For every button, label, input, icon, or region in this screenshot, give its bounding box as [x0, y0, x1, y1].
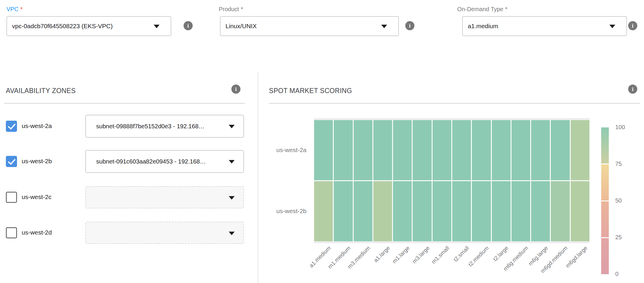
heatmap-column-label: t2.small — [452, 245, 470, 263]
on-demand-type-required-asterisk: * — [505, 6, 508, 12]
availability-zones-divider — [4, 103, 245, 104]
heatmap-cell — [413, 181, 431, 241]
heatmap-cell — [334, 181, 352, 241]
product-select-value: Linux/UNIX — [226, 17, 257, 36]
legend-tick-label: 50 — [615, 197, 622, 204]
zone-checkbox-us-west-2b[interactable] — [6, 156, 17, 167]
subnet-caret-down-icon — [229, 232, 235, 235]
legend-colorbar-segment — [601, 238, 609, 274]
legend-tick-label: 100 — [615, 124, 625, 131]
on-demand-type-select-value: a1.medium — [468, 17, 498, 36]
zone-checkbox-us-west-2c[interactable] — [6, 192, 17, 203]
heatmap — [314, 120, 589, 241]
heatmap-cell — [472, 120, 491, 180]
zone-label-us-west-2a: us-west-2a — [22, 122, 52, 129]
heatmap-cell — [452, 120, 471, 180]
subnet-select-us-west-2a[interactable]: subnet-09888f7be5152d0e3 - 192.168… — [85, 115, 244, 138]
on-demand-type-label-text: On-Demand Type — [457, 6, 504, 12]
heatmap-cell — [393, 120, 412, 180]
heatmap-cell — [413, 120, 431, 180]
heatmap-cell — [433, 181, 451, 241]
on-demand-type-info-icon[interactable]: i — [628, 21, 637, 30]
legend-colorbar-segment — [601, 201, 609, 237]
heatmap-row-label: us-west-2a — [240, 146, 306, 154]
heatmap-cell — [511, 181, 530, 241]
legend-tick-label: 0 — [615, 271, 618, 277]
heatmap-top-border — [314, 118, 589, 120]
heatmap-cell — [314, 181, 333, 241]
heatmap-legend-colorbar — [601, 127, 609, 274]
heatmap-cell — [511, 120, 530, 180]
spot-market-scoring-divider — [269, 103, 640, 104]
subnet-select-value-us-west-2c — [96, 187, 225, 208]
availability-zones-info-icon[interactable]: i — [231, 85, 240, 94]
heatmap-cell — [472, 181, 491, 241]
availability-zones-title: AVAILABILITY ZONES — [6, 87, 76, 95]
subnet-select-us-west-2c[interactable] — [85, 186, 244, 208]
product-info-icon[interactable]: i — [405, 21, 414, 30]
vpc-info-icon[interactable]: i — [184, 21, 193, 30]
heatmap-column-label: m1.small — [430, 245, 450, 265]
legend-tick-label: 75 — [615, 161, 622, 167]
subnet-select-value-us-west-2a: subnet-09888f7be5152d0e3 - 192.168… — [96, 115, 225, 137]
on-demand-type-caret-down-icon — [609, 25, 615, 28]
spot-market-scoring-info-icon[interactable]: i — [628, 85, 637, 94]
heatmap-cell — [373, 181, 392, 241]
spot-market-scoring-title: SPOT MARKET SCORING — [269, 87, 352, 95]
zone-label-us-west-2c: us-west-2c — [22, 193, 52, 201]
subnet-select-us-west-2b[interactable]: subnet-091c603aa82e09453 - 192.168… — [85, 150, 244, 173]
heatmap-row-label: us-west-2b — [240, 208, 306, 215]
zone-label-us-west-2d: us-west-2d — [22, 229, 52, 236]
heatmap-cell — [354, 120, 372, 180]
product-field-label: Product* — [219, 6, 243, 13]
heatmap-cell — [531, 181, 550, 241]
heatmap-cell — [551, 120, 570, 180]
subnet-select-us-west-2d[interactable] — [85, 222, 244, 244]
heatmap-column-label: t2.large — [492, 245, 510, 262]
heatmap-cell — [452, 181, 471, 241]
heatmap-cell — [433, 120, 451, 180]
legend-colorbar-segment — [601, 127, 609, 164]
zone-checkbox-us-west-2a[interactable] — [6, 121, 17, 132]
heatmap-cell — [334, 120, 352, 180]
vpc-select-value: vpc-0adcb70f645508223 (EKS-VPC) — [12, 17, 113, 36]
subnet-caret-down-icon — [229, 160, 235, 164]
product-label-text: Product — [219, 6, 239, 12]
product-caret-down-icon — [381, 25, 387, 28]
heatmap-cell — [571, 120, 589, 180]
legend-colorbar-segment — [601, 164, 609, 201]
vpc-field-label: VPC* — [6, 6, 23, 13]
heatmap-cell — [531, 120, 550, 180]
heatmap-cell — [373, 120, 392, 180]
heatmap-cell — [354, 181, 372, 241]
heatmap-column-label: a1.large — [372, 245, 391, 264]
subnet-caret-down-icon — [229, 125, 235, 128]
heatmap-cell — [393, 181, 412, 241]
subnet-select-value-us-west-2d — [96, 222, 225, 244]
legend-tick-label: 25 — [615, 234, 622, 241]
vpc-required-asterisk: * — [20, 6, 23, 12]
vpc-caret-down-icon — [154, 25, 160, 28]
heatmap-cell — [571, 181, 589, 241]
vpc-label-text: VPC — [6, 6, 18, 12]
zone-checkbox-us-west-2d[interactable] — [6, 227, 17, 238]
subnet-caret-down-icon — [229, 196, 235, 200]
heatmap-cell — [492, 181, 511, 241]
heatmap-bottom-border — [314, 242, 589, 243]
spot-console-screen: VPC* vpc-0adcb70f645508223 (EKS-VPC) i P… — [0, 0, 644, 283]
heatmap-column-label: t2.medium — [467, 245, 490, 268]
heatmap-cell — [314, 120, 333, 180]
heatmap-cell — [492, 120, 511, 180]
zone-label-us-west-2b: us-west-2b — [22, 158, 52, 165]
product-required-asterisk: * — [241, 6, 243, 12]
section-vertical-divider — [258, 72, 258, 283]
subnet-select-value-us-west-2b: subnet-091c603aa82e09453 - 192.168… — [96, 151, 225, 172]
heatmap-cell — [551, 181, 570, 241]
heatmap-column-label: m1.large — [391, 245, 411, 265]
product-select[interactable]: Linux/UNIX — [220, 16, 399, 36]
on-demand-type-field-label: On-Demand Type* — [457, 6, 507, 13]
on-demand-type-select[interactable]: a1.medium — [462, 16, 627, 36]
heatmap-column-label: m3.large — [411, 245, 431, 265]
vpc-select[interactable]: vpc-0adcb70f645508223 (EKS-VPC) — [6, 16, 171, 36]
